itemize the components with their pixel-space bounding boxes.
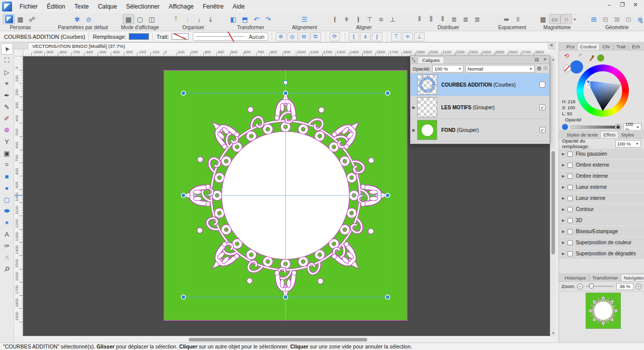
place-image-tool[interactable]: ▣ — [1, 148, 13, 159]
effect-expand-icon[interactable]: ▶ — [562, 230, 565, 234]
menu-fichier[interactable]: Fichier — [15, 1, 42, 12]
selection-handle[interactable] — [385, 193, 389, 197]
menu-fenêtre[interactable]: Fenêtre — [198, 1, 228, 12]
stroke-style-selector[interactable]: Aucun — [193, 32, 268, 41]
effect-checkbox[interactable] — [568, 163, 573, 168]
effect-checkbox[interactable] — [568, 251, 573, 256]
fill-color-swatch[interactable] — [129, 33, 149, 40]
effect-checkbox[interactable] — [568, 185, 573, 190]
zoom-tool[interactable]: ⚲ — [1, 263, 13, 274]
stroke-color-swatch[interactable] — [172, 33, 189, 40]
align-top-icon[interactable]: ⊤ — [364, 14, 375, 24]
document-canvas[interactable] — [164, 70, 408, 321]
move-tool[interactable]: ➤ — [1, 43, 13, 54]
ellipse-tool[interactable]: ● — [1, 182, 13, 193]
panel-close-icon[interactable]: ✕ — [543, 57, 547, 62]
vector-brush-tool[interactable]: ✐ — [1, 113, 13, 124]
color-tab-trait[interactable]: Trait — [614, 43, 628, 50]
selection-handle[interactable] — [181, 295, 185, 299]
selection-handle[interactable] — [385, 91, 389, 95]
revert-defaults-icon[interactable]: ⊘ — [83, 14, 95, 24]
layers-opacity-select[interactable]: 100 %▼ — [432, 65, 463, 73]
show-alignment-handles-icon[interactable]: ⊞ — [299, 32, 309, 41]
menu-affichage[interactable]: Affichage — [164, 1, 198, 12]
effect-row-ombre-externe[interactable]: ▶Ombre externe — [559, 160, 644, 171]
crop-tool[interactable]: ⌗ — [1, 159, 13, 170]
effect-checkbox[interactable] — [568, 207, 573, 212]
pen-tool[interactable]: ✒ — [1, 90, 13, 101]
layer-visibility-checkbox[interactable] — [539, 82, 545, 88]
effect-expand-icon[interactable]: ▶ — [562, 241, 565, 245]
secondary-color-swatch[interactable] — [597, 54, 604, 61]
view-split-icon[interactable]: ◫ — [146, 14, 157, 24]
space-vertical-icon[interactable]: ⇳ — [512, 14, 524, 24]
export-persona-icon[interactable]: ☍ — [26, 14, 38, 24]
effects-tab-styles[interactable]: Styles — [618, 131, 636, 138]
layers-lock-icon[interactable]: ⚿ — [543, 65, 547, 72]
zoom-out-button[interactable]: − — [577, 284, 583, 290]
selection-handle[interactable] — [181, 91, 185, 95]
hide-selection-icon[interactable]: ◎ — [287, 32, 298, 41]
view-vector-icon[interactable]: ▢ — [134, 14, 146, 24]
alignment-options-icon[interactable]: ☰ — [299, 14, 310, 24]
navigator-tab-transformer[interactable]: Transformer — [590, 274, 620, 281]
boolean-subtract-icon[interactable]: ⊟ — [600, 14, 611, 24]
swap-fill-stroke-icon[interactable]: ⟲ — [564, 52, 569, 59]
ctx-align-right-icon[interactable]: ⦘ — [372, 32, 382, 41]
effect-checkbox[interactable] — [568, 174, 573, 179]
boolean-xor-icon[interactable]: ⊡ — [623, 14, 634, 24]
opacity-slider-thumb[interactable] — [615, 124, 621, 130]
view-pixels-icon[interactable]: ▩ — [123, 14, 134, 24]
effect-expand-icon[interactable]: ▶ — [562, 196, 565, 200]
snap-grid-icon[interactable]: ▦ — [537, 14, 549, 24]
rotation-handle[interactable] — [283, 81, 287, 85]
blend-mode-select[interactable]: Normal▼ — [465, 65, 534, 73]
color-tab-pcx[interactable]: Pcx — [564, 43, 577, 50]
distribute-left-icon[interactable]: ⫴ — [414, 14, 425, 24]
effect-checkbox[interactable] — [568, 152, 573, 157]
distribute-right-icon[interactable]: ⫴ — [437, 14, 448, 24]
layer-row-fond[interactable]: ▶FOND (Grouper)✓ — [411, 119, 549, 142]
pixel-persona-icon[interactable]: ▦ — [15, 14, 26, 24]
reset-colors-icon[interactable]: ↗ — [578, 52, 582, 57]
color-tab-éch[interactable]: Éch — [629, 43, 642, 50]
menu-texte[interactable]: Texte — [70, 1, 94, 12]
artboard-tool[interactable]: ⛶ — [1, 55, 13, 66]
transform-objects-separately-icon[interactable]: ⧉ — [310, 32, 321, 41]
document-close-icon[interactable]: ✕ — [549, 42, 553, 49]
distribute-center-h-icon[interactable]: ⫼ — [425, 14, 437, 24]
menu-sélectionner[interactable]: Sélectionner — [121, 1, 164, 12]
effect-expand-icon[interactable]: ▶ — [562, 219, 565, 223]
saturation-triangle[interactable] — [577, 64, 629, 117]
zoom-in-button[interactable]: + — [635, 284, 641, 290]
layer-visibility-checkbox[interactable]: ✓ — [539, 127, 545, 133]
ctx-align-bottom-icon[interactable]: ⊥ — [414, 32, 425, 41]
rectangle-tool[interactable]: ■ — [1, 171, 13, 182]
move-to-back-icon[interactable]: ⤓ — [205, 14, 216, 24]
flip-horizontal-icon[interactable]: ◧ — [227, 14, 239, 24]
restore-button[interactable]: ❐ — [616, 0, 629, 10]
boolean-add-icon[interactable]: ⊞ — [588, 14, 600, 24]
close-button[interactable]: ✕ — [629, 0, 642, 10]
align-center-h-icon[interactable]: ǂ — [341, 14, 352, 24]
minimize-button[interactable]: – — [603, 0, 616, 10]
effect-expand-icon[interactable]: ▶ — [562, 163, 565, 167]
rounded-rectangle-tool[interactable]: ▢ — [1, 194, 13, 205]
artwork-svg[interactable] — [164, 70, 408, 321]
flip-vertical-icon[interactable]: ⬒ — [239, 14, 251, 24]
ctx-align-left-icon[interactable]: ⦗ — [349, 32, 359, 41]
fill-opacity-select[interactable]: 100 %▼ — [615, 140, 641, 148]
horizontal-scrollbar[interactable] — [23, 336, 555, 342]
view-tool[interactable]: ☝ — [1, 252, 13, 263]
effect-checkbox[interactable] — [568, 240, 573, 245]
effects-tab-styles-de-texte[interactable]: Styles de texte — [564, 131, 600, 138]
effect-expand-icon[interactable]: ▶ — [562, 207, 565, 212]
effect-expand-icon[interactable]: ▶ — [562, 174, 565, 178]
ctx-align-center-icon[interactable]: ǂ — [360, 32, 371, 41]
color-tab-chr[interactable]: Chr — [600, 43, 612, 50]
transparency-tool[interactable]: Y — [1, 136, 13, 147]
effect-expand-icon[interactable]: ▶ — [562, 252, 565, 256]
selection-handle[interactable] — [283, 295, 287, 299]
menu-édition[interactable]: Édition — [42, 1, 70, 12]
effects-tab-effets[interactable]: Effets — [600, 131, 618, 138]
